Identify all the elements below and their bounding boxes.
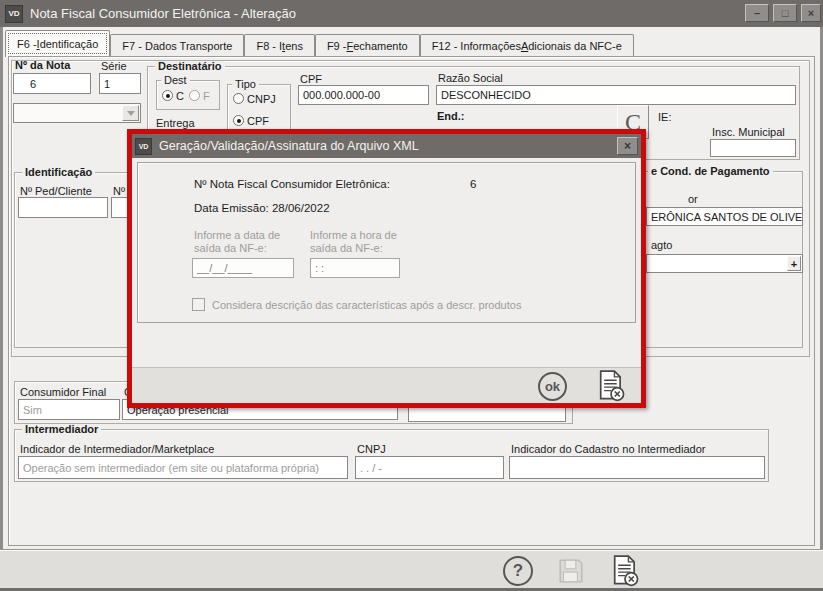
cpf-label: CPF [300, 73, 322, 85]
empty-combobox[interactable] [13, 103, 141, 123]
vendedor-label-fragment: or [688, 193, 698, 205]
radio-dest-c-label: C [176, 90, 184, 102]
indicador-intermediador-label: Indicador de Intermediador/Marketplace [20, 443, 214, 455]
document-x-icon [610, 555, 640, 587]
close-icon: × [624, 139, 631, 153]
radio-dest-f-label: F [203, 90, 210, 102]
hora-saida-input[interactable]: : : [310, 258, 400, 278]
tab-informacoes-adicionais[interactable]: F12 - Informações Adicionais da NFC-e [420, 34, 634, 57]
pagto-input[interactable]: + [646, 254, 803, 273]
dialog-icon: VD [135, 138, 152, 155]
dialog-nota-label: Nº Nota Fiscal Consumidor Eletrônica: [194, 178, 390, 190]
identificacao-legend: Identificação [22, 167, 95, 178]
data-saida-label-line2: saída da NF-e: [194, 242, 267, 254]
cnpj-input[interactable]: . . / - [355, 456, 504, 479]
end-label: End.: [437, 110, 465, 122]
radio-cpf-label: CPF [247, 115, 269, 127]
dropdown-arrow-button[interactable] [122, 105, 139, 121]
window-title: Nota Fiscal Consumidor Eletrônica - Alte… [30, 6, 296, 21]
cadastro-intermediador-input[interactable] [509, 456, 765, 479]
considera-checkbox[interactable] [192, 298, 205, 311]
indicador-intermediador-combobox[interactable]: Operação sem intermediador (em site ou p… [18, 456, 348, 479]
window-frame-left [0, 27, 3, 588]
tab-dados-transporte[interactable]: F7 - Dados Transporte [110, 34, 244, 57]
window-titlebar: VD Nota Fiscal Consumidor Eletrônica - A… [0, 0, 823, 27]
dialog-titlebar: VD Geração/Validação/Assinatura do Arqui… [132, 134, 641, 158]
minimize-icon: – [754, 7, 760, 19]
ped-cliente-input[interactable] [18, 197, 108, 218]
cpf-input[interactable]: 000.000.000-00 [298, 85, 429, 105]
cadastro-intermediador-label: Indicador do Cadastro no Intermediador [511, 443, 705, 455]
ped-cliente-label: Nº Ped/Cliente [20, 185, 92, 197]
intermediador-legend: Intermediador [22, 424, 101, 435]
minimize-button[interactable]: – [745, 4, 769, 22]
close-icon: × [808, 7, 814, 19]
serie-label: Série [101, 60, 127, 72]
considera-checkbox-label: Considera descrição das características … [212, 299, 521, 311]
bottom-toolbar [0, 549, 823, 588]
chevron-down-icon [127, 111, 135, 116]
plus-icon: + [791, 260, 797, 268]
tab-bar: F6 - Identificação F7 - Dados Transporte… [5, 29, 634, 57]
insc-municipal-input[interactable] [710, 139, 796, 157]
num-label: Nº [113, 185, 125, 197]
dest-legend: Dest [161, 75, 190, 86]
app-icon: VD [5, 5, 23, 23]
hora-saida-label-line2: saída da NF-e: [310, 242, 383, 254]
radio-dest-c[interactable] [162, 90, 173, 101]
dialog-cancel-button[interactable] [596, 370, 626, 404]
tab-fechamento[interactable]: F9 - Fechamento [315, 34, 420, 57]
hora-saida-label-line1: Informe a hora de [310, 229, 397, 241]
tab-itens[interactable]: F8 - Itens [244, 34, 314, 57]
radio-cpf[interactable] [233, 115, 244, 126]
close-button[interactable]: × [801, 4, 821, 22]
dialog-close-button[interactable]: × [617, 137, 638, 155]
vendedor-input[interactable]: ERÔNICA SANTOS DE OLIVE [646, 207, 803, 226]
cnpj-label: CNPJ [357, 443, 386, 455]
dialog-title: Geração/Validação/Assinatura do Arquivo … [159, 139, 419, 153]
nota-input[interactable]: 6 [13, 73, 91, 94]
dialog-nota-value: 6 [470, 178, 476, 190]
razao-social-input[interactable]: DESCONHECIDO [436, 85, 796, 105]
destinatario-legend: Destinatário [155, 61, 225, 72]
floppy-icon [557, 557, 585, 585]
tipo-legend: Tipo [232, 79, 259, 90]
maximize-button[interactable]: □ [773, 4, 797, 22]
entrega-label: Entrega [156, 117, 195, 129]
save-button[interactable] [557, 557, 585, 587]
dialog-emissao-text: Data Emissão: 28/06/2022 [194, 202, 330, 214]
nota-label: Nº da Nota [15, 59, 70, 71]
maximize-icon: □ [782, 7, 789, 19]
cancel-button[interactable] [610, 555, 640, 589]
help-button[interactable]: ? [503, 556, 533, 586]
question-icon: ? [513, 561, 523, 581]
data-saida-label-line1: Informe a data de [194, 229, 280, 241]
consumidor-final-label: Consumidor Final [20, 386, 106, 398]
consumidor-final-combobox[interactable]: Sim [18, 399, 120, 420]
radio-cnpj-label: CNPJ [247, 93, 276, 105]
radio-dest-f[interactable] [189, 90, 200, 101]
razao-social-label: Razão Social [438, 72, 503, 84]
xml-generation-dialog: VD Geração/Validação/Assinatura do Arqui… [127, 129, 646, 408]
data-saida-input[interactable]: __/__/____ [192, 258, 294, 278]
ok-button[interactable]: ok [538, 372, 567, 401]
application-window: VD Nota Fiscal Consumidor Eletrônica - A… [0, 0, 823, 591]
pagto-add-button[interactable]: + [787, 256, 801, 271]
insc-municipal-label: Insc. Municipal [712, 126, 785, 138]
serie-input[interactable]: 1 [99, 73, 141, 94]
ie-label: IE: [658, 111, 671, 123]
pagto-label-fragment: agto [651, 239, 672, 251]
document-x-icon [596, 370, 626, 402]
tab-identificacao[interactable]: F6 - Identificação [5, 30, 110, 57]
radio-cnpj[interactable] [233, 93, 244, 104]
pagamento-legend: e Cond. de Pagamento [648, 166, 773, 177]
